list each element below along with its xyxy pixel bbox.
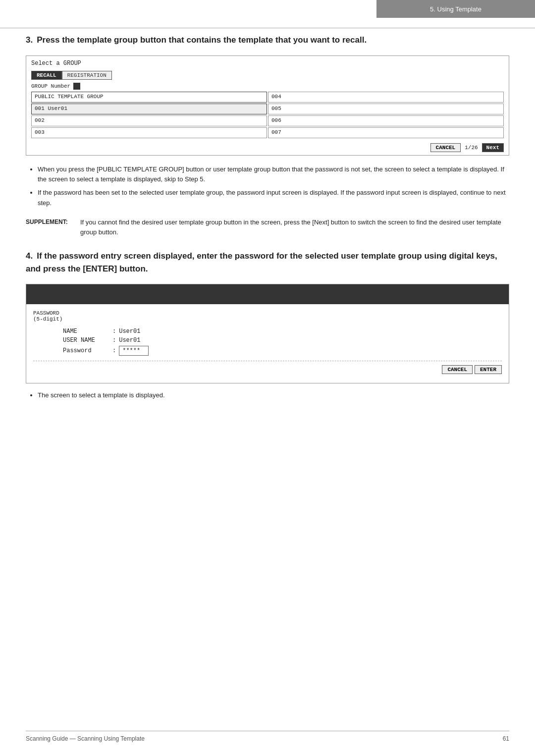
grid-cell-0[interactable]: PUBLIC TEMPLATE GROUP <box>31 92 267 103</box>
grid-cell-1[interactable]: 004 <box>268 92 504 103</box>
page-footer: Scanning Guide — Scanning Using Template… <box>26 731 509 742</box>
grid-cell-7[interactable]: 007 <box>268 127 504 138</box>
screen2-cancel-button[interactable]: CANCEL <box>442 365 473 374</box>
screen2-mockup: PASSWORD (5-digit) NAME : User01 USER NA… <box>26 284 509 383</box>
footer-right: 61 <box>503 735 509 742</box>
supplement-label: SUPPLEMENT: <box>26 217 80 238</box>
tab-registration[interactable]: REGISTRATION <box>62 71 112 80</box>
grid-cell-6[interactable]: 003 <box>31 127 267 138</box>
header-label: 5. Using Template <box>430 5 482 13</box>
supplement-block: SUPPLEMENT: If you cannot find the desir… <box>26 217 509 238</box>
grid-cell-5[interactable]: 006 <box>268 115 504 126</box>
tab-bar: RECALL REGISTRATION <box>31 71 504 80</box>
grid-cell-3[interactable]: 005 <box>268 104 504 114</box>
name-row: NAME : User01 <box>33 328 502 335</box>
group-number-row: GROUP Number <box>31 83 504 90</box>
main-content: 3.Press the template group button that c… <box>26 34 509 401</box>
step4-bullet-list: The screen to select a template is displ… <box>26 390 509 401</box>
screen1-title: Select a GROUP <box>31 60 504 67</box>
screen1-footer: CANCEL 1/26 Next <box>31 141 504 152</box>
screen2-enter-button[interactable]: ENTER <box>475 365 502 374</box>
password-field-colon: : <box>112 347 116 354</box>
step3-bullet-1: When you press the [PUBLIC TEMPLATE GROU… <box>38 164 509 185</box>
footer-left: Scanning Guide — Scanning Using Template <box>26 735 145 742</box>
screen1-next-button[interactable]: Next <box>482 143 504 152</box>
step3-bullet-list: When you press the [PUBLIC TEMPLATE GROU… <box>26 164 509 209</box>
top-divider <box>0 28 535 28</box>
username-label: USER NAME <box>63 337 112 344</box>
password-input-row: Password : ***** <box>33 346 502 356</box>
supplement-text: If you cannot find the desired user temp… <box>80 217 509 238</box>
screen2-header <box>26 284 509 304</box>
step3-heading: 3.Press the template group button that c… <box>26 34 509 47</box>
grid-cell-2[interactable]: 001 User01 <box>31 104 267 114</box>
step3-text: Press the template group button that con… <box>37 35 367 45</box>
screen2-divider <box>33 361 502 361</box>
password-field-label: Password <box>63 347 112 354</box>
grid-cell-4[interactable]: 002 <box>31 115 267 126</box>
password-input[interactable]: ***** <box>119 346 149 356</box>
username-row: USER NAME : User01 <box>33 337 502 344</box>
name-colon: : <box>112 328 116 335</box>
screen1-cancel-button[interactable]: CANCEL <box>430 143 461 152</box>
tab-recall[interactable]: RECALL <box>31 71 62 80</box>
header-bar: 5. Using Template <box>376 0 535 18</box>
step3-number: 3. <box>26 35 33 45</box>
name-label: NAME <box>63 328 112 335</box>
username-colon: : <box>112 337 116 344</box>
group-grid: PUBLIC TEMPLATE GROUP 004 001 User01 005… <box>31 92 504 138</box>
name-value: User01 <box>119 328 140 335</box>
step4-heading: 4.If the password entry screen displayed… <box>26 250 509 275</box>
screen2-footer: CANCEL ENTER <box>33 365 502 377</box>
screen1-mockup: Select a GROUP RECALL REGISTRATION GROUP… <box>26 55 509 156</box>
password-label: PASSWORD (5-digit) <box>33 310 502 322</box>
page-indicator: 1/26 <box>465 145 478 151</box>
screen2-body: PASSWORD (5-digit) NAME : User01 USER NA… <box>26 304 509 383</box>
group-number-label: GROUP Number <box>31 83 70 89</box>
step4-text: If the password entry screen displayed, … <box>26 251 497 273</box>
username-value: User01 <box>119 337 140 344</box>
step4-number: 4. <box>26 251 33 261</box>
group-number-square <box>73 83 80 90</box>
step3-bullet-2: If the password has been set to the sele… <box>38 188 509 209</box>
step4-bullet-1: The screen to select a template is displ… <box>38 390 509 401</box>
